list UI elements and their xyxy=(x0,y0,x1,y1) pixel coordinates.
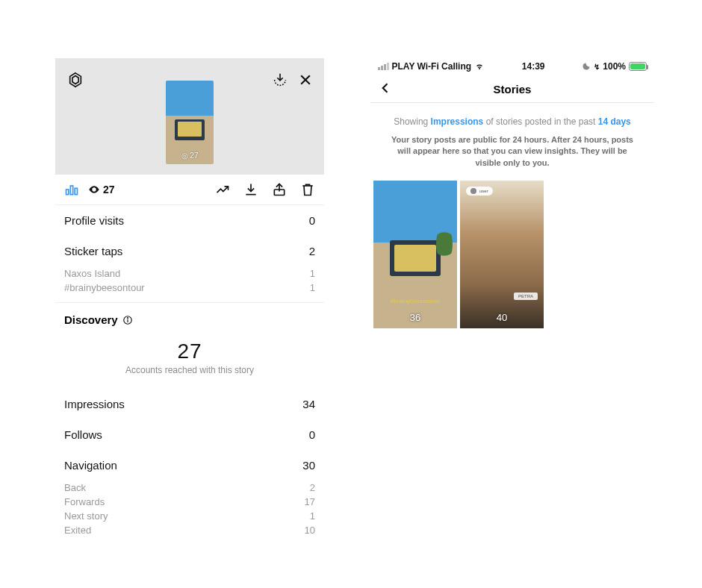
policy-text: Your story posts are public for 24 hours… xyxy=(370,134,654,181)
metric-value: 2 xyxy=(309,245,315,257)
status-time: 14:39 xyxy=(522,61,545,72)
trash-icon[interactable] xyxy=(300,182,315,197)
nav-title: Stories xyxy=(494,83,532,96)
signal-icon xyxy=(378,63,389,70)
sticker-sub-row: #brainybeesontour 1 xyxy=(55,281,324,295)
story-archive-thumb[interactable]: user PETRA 40 xyxy=(460,181,544,328)
story-thumbnail[interactable]: ◎ 27 xyxy=(166,81,214,164)
svg-rect-6 xyxy=(75,188,77,194)
battery-pct: 100% xyxy=(603,61,626,72)
nav-sub-row: Next story 1 xyxy=(55,509,324,523)
sub-value: 2 xyxy=(310,482,315,493)
metric-value: 0 xyxy=(309,214,315,227)
carrier-label: PLAY Wi-Fi Calling xyxy=(392,61,472,72)
metric-value: 0 xyxy=(309,428,315,441)
promote-arrow-icon[interactable] xyxy=(215,182,230,197)
nav-bar: Stories xyxy=(370,76,654,103)
filter-text-2: of stories posted in the past xyxy=(483,116,597,127)
sub-label: Exited xyxy=(64,525,91,536)
metric-label: Navigation xyxy=(64,459,117,472)
sub-label: Forwards xyxy=(64,496,105,507)
close-icon[interactable] xyxy=(297,72,314,88)
thumb-impressions: 36 xyxy=(373,306,457,328)
metric-label: Follows xyxy=(64,428,102,441)
story-thumbs-row: #brainybeesontour 36 user PETRA 40 xyxy=(370,181,654,328)
nav-sub-row: Forwards 17 xyxy=(55,495,324,509)
views-eye-count[interactable]: 27 xyxy=(88,184,115,196)
metric-value: 34 xyxy=(302,398,315,410)
insights-toolbar: 27 xyxy=(55,175,324,205)
follows-row: Follows 0 xyxy=(55,419,324,450)
navigation-row: Navigation 30 xyxy=(55,450,324,481)
svg-point-11 xyxy=(127,317,128,318)
sticker-sub-row: Naxos Island 1 xyxy=(55,266,324,281)
sub-label: #brainybeesontour xyxy=(64,282,145,293)
sub-value: 17 xyxy=(305,496,315,507)
svg-marker-1 xyxy=(72,76,78,84)
thumb-view-count: ◎ 27 xyxy=(166,151,214,160)
wifi-icon xyxy=(474,62,485,71)
filter-text-1: Showing xyxy=(394,116,430,127)
accounts-reached-count: 27 xyxy=(55,340,324,363)
filter-metric: Impressions xyxy=(431,116,484,127)
status-bar: PLAY Wi-Fi Calling 14:39 ↯ 100% xyxy=(370,58,654,76)
svg-rect-4 xyxy=(66,190,69,195)
dnd-moon-icon xyxy=(582,62,591,71)
sub-value: 1 xyxy=(310,268,315,279)
accounts-reached-label: Accounts reached with this story xyxy=(55,365,324,375)
accounts-reached-block: 27 Accounts reached with this story xyxy=(55,332,324,389)
sub-value: 1 xyxy=(310,510,315,522)
views-count-text: 27 xyxy=(103,184,115,196)
discovery-section: Discovery xyxy=(55,303,324,332)
thumb-impressions: 40 xyxy=(460,306,544,328)
metric-label: Impressions xyxy=(64,398,125,410)
info-icon[interactable] xyxy=(122,315,133,325)
svg-rect-5 xyxy=(70,186,72,195)
filter-range: 14 days xyxy=(598,116,631,127)
stories-archive-screen: PLAY Wi-Fi Calling 14:39 ↯ 100% Stories … xyxy=(370,58,654,328)
save-story-icon[interactable] xyxy=(272,72,288,88)
back-icon[interactable] xyxy=(378,81,396,98)
nav-sub-row: Back 2 xyxy=(55,481,324,495)
metric-label: Sticker taps xyxy=(64,245,122,257)
story-header: ◎ 27 xyxy=(55,58,324,175)
sub-value: 10 xyxy=(305,525,315,536)
promote-icon[interactable] xyxy=(67,72,84,88)
battery-icon xyxy=(629,62,647,71)
metric-value: 30 xyxy=(302,459,315,472)
sub-label: Back xyxy=(64,482,86,493)
story-archive-thumb[interactable]: #brainybeesontour 36 xyxy=(373,181,457,328)
bar-chart-icon[interactable] xyxy=(64,182,79,197)
sticker-taps-row: Sticker taps 2 xyxy=(55,236,324,266)
profile-visits-row: Profile visits 0 xyxy=(55,205,324,236)
impressions-row: Impressions 34 xyxy=(55,389,324,419)
story-insights-panel: ◎ 27 27 Pro xyxy=(55,58,324,537)
sub-label: Naxos Island xyxy=(64,268,120,279)
section-title: Discovery xyxy=(64,313,118,326)
charging-icon: ↯ xyxy=(594,63,600,71)
share-icon[interactable] xyxy=(272,182,287,197)
sub-value: 1 xyxy=(310,282,315,293)
filter-row[interactable]: Showing Impressions of stories posted in… xyxy=(370,103,654,134)
sub-label: Next story xyxy=(64,510,108,522)
metric-label: Profile visits xyxy=(64,214,124,227)
nav-sub-row: Exited 10 xyxy=(55,523,324,537)
download-icon[interactable] xyxy=(243,182,258,197)
